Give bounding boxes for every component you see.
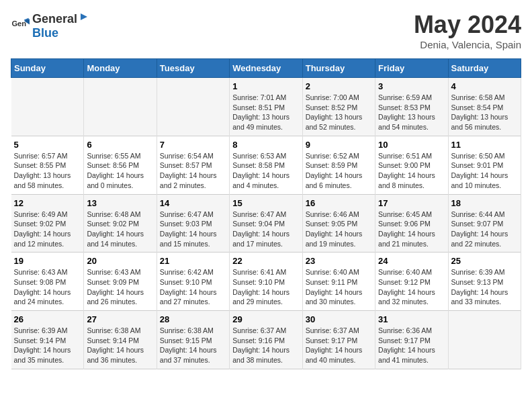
- day-number: 12: [14, 198, 81, 208]
- title-block: May 2024 Denia, Valencia, Spain: [414, 11, 521, 50]
- week-row-4: 19Sunrise: 6:43 AM Sunset: 9:08 PM Dayli…: [11, 253, 521, 311]
- day-number: 29: [232, 314, 299, 324]
- logo-icon: Gen: [11, 16, 30, 35]
- day-number: 4: [451, 81, 518, 91]
- calendar-cell: [11, 78, 84, 136]
- day-info: Sunrise: 6:43 AM Sunset: 9:09 PM Dayligh…: [87, 267, 153, 307]
- day-number: 9: [306, 140, 372, 150]
- week-row-5: 26Sunrise: 6:39 AM Sunset: 9:14 PM Dayli…: [11, 311, 521, 369]
- day-info: Sunrise: 6:57 AM Sunset: 8:55 PM Dayligh…: [14, 151, 81, 191]
- day-info: Sunrise: 6:41 AM Sunset: 9:10 PM Dayligh…: [232, 267, 299, 307]
- day-header-thursday: Thursday: [302, 59, 375, 78]
- calendar-cell: 15Sunrise: 6:47 AM Sunset: 9:04 PM Dayli…: [230, 194, 302, 253]
- calendar-cell: 25Sunrise: 6:39 AM Sunset: 9:13 PM Dayli…: [448, 253, 521, 311]
- day-number: 26: [14, 314, 81, 324]
- calendar-cell: 27Sunrise: 6:38 AM Sunset: 9:14 PM Dayli…: [84, 311, 157, 369]
- calendar-cell: 9Sunrise: 6:52 AM Sunset: 8:59 PM Daylig…: [302, 136, 375, 194]
- calendar-cell: 1Sunrise: 7:01 AM Sunset: 8:51 PM Daylig…: [230, 78, 302, 136]
- day-number: 31: [378, 314, 445, 324]
- calendar-cell: 28Sunrise: 6:38 AM Sunset: 9:15 PM Dayli…: [157, 311, 229, 369]
- day-number: 15: [232, 198, 299, 208]
- day-number: 28: [160, 314, 226, 324]
- day-info: Sunrise: 6:37 AM Sunset: 9:17 PM Dayligh…: [306, 326, 372, 365]
- day-number: 14: [160, 198, 226, 208]
- day-number: 17: [378, 198, 445, 208]
- page-header: Gen General Blue May 2024 Denia, Valenci…: [11, 11, 521, 50]
- day-info: Sunrise: 6:38 AM Sunset: 9:15 PM Dayligh…: [160, 326, 226, 365]
- day-info: Sunrise: 6:47 AM Sunset: 9:04 PM Dayligh…: [232, 210, 299, 249]
- calendar-cell: 10Sunrise: 6:51 AM Sunset: 9:00 PM Dayli…: [375, 136, 448, 194]
- calendar-cell: [157, 78, 229, 136]
- day-number: 13: [87, 198, 153, 208]
- calendar-header: SundayMondayTuesdayWednesdayThursdayFrid…: [11, 59, 521, 78]
- day-info: Sunrise: 6:44 AM Sunset: 9:07 PM Dayligh…: [451, 210, 518, 249]
- calendar-cell: 29Sunrise: 6:37 AM Sunset: 9:16 PM Dayli…: [230, 311, 302, 369]
- day-info: Sunrise: 6:36 AM Sunset: 9:17 PM Dayligh…: [378, 326, 445, 365]
- calendar-cell: 5Sunrise: 6:57 AM Sunset: 8:55 PM Daylig…: [11, 136, 84, 194]
- day-info: Sunrise: 6:42 AM Sunset: 9:10 PM Dayligh…: [160, 267, 226, 307]
- logo-arrow-icon: [78, 11, 90, 23]
- day-info: Sunrise: 6:43 AM Sunset: 9:08 PM Dayligh…: [14, 267, 81, 307]
- header-row: SundayMondayTuesdayWednesdayThursdayFrid…: [11, 59, 521, 78]
- day-number: 18: [451, 198, 518, 208]
- day-header-saturday: Saturday: [448, 59, 521, 78]
- day-info: Sunrise: 6:51 AM Sunset: 9:00 PM Dayligh…: [378, 151, 445, 191]
- calendar-cell: 21Sunrise: 6:42 AM Sunset: 9:10 PM Dayli…: [157, 253, 229, 311]
- calendar-cell: 14Sunrise: 6:47 AM Sunset: 9:03 PM Dayli…: [157, 194, 229, 253]
- svg-marker-1: [81, 13, 87, 20]
- calendar-cell: 24Sunrise: 6:40 AM Sunset: 9:12 PM Dayli…: [375, 253, 448, 311]
- calendar-cell: 26Sunrise: 6:39 AM Sunset: 9:14 PM Dayli…: [11, 311, 84, 369]
- logo-blue: Blue: [32, 26, 58, 40]
- day-header-wednesday: Wednesday: [230, 59, 302, 78]
- week-row-3: 12Sunrise: 6:49 AM Sunset: 9:02 PM Dayli…: [11, 194, 521, 253]
- day-number: 24: [378, 256, 445, 266]
- day-header-tuesday: Tuesday: [157, 59, 229, 78]
- day-info: Sunrise: 6:53 AM Sunset: 8:58 PM Dayligh…: [232, 151, 299, 191]
- main-title: May 2024: [414, 11, 521, 39]
- calendar-cell: 4Sunrise: 6:58 AM Sunset: 8:54 PM Daylig…: [448, 78, 521, 136]
- day-info: Sunrise: 6:59 AM Sunset: 8:53 PM Dayligh…: [378, 93, 445, 132]
- day-info: Sunrise: 6:39 AM Sunset: 9:14 PM Dayligh…: [14, 326, 81, 365]
- calendar-cell: 16Sunrise: 6:46 AM Sunset: 9:05 PM Dayli…: [302, 194, 375, 253]
- calendar-cell: 11Sunrise: 6:50 AM Sunset: 9:01 PM Dayli…: [448, 136, 521, 194]
- day-info: Sunrise: 6:40 AM Sunset: 9:12 PM Dayligh…: [378, 267, 445, 307]
- calendar-cell: 12Sunrise: 6:49 AM Sunset: 9:02 PM Dayli…: [11, 194, 84, 253]
- calendar-cell: 6Sunrise: 6:55 AM Sunset: 8:56 PM Daylig…: [84, 136, 157, 194]
- day-number: 16: [306, 198, 372, 208]
- day-header-monday: Monday: [84, 59, 157, 78]
- day-number: 19: [14, 256, 81, 266]
- logo: Gen General Blue: [11, 11, 91, 40]
- day-number: 1: [232, 81, 299, 91]
- calendar-cell: 31Sunrise: 6:36 AM Sunset: 9:17 PM Dayli…: [375, 311, 448, 369]
- calendar-cell: 3Sunrise: 6:59 AM Sunset: 8:53 PM Daylig…: [375, 78, 448, 136]
- day-number: 6: [87, 140, 153, 150]
- day-info: Sunrise: 6:46 AM Sunset: 9:05 PM Dayligh…: [306, 210, 372, 249]
- calendar-cell: [84, 78, 157, 136]
- day-header-friday: Friday: [375, 59, 448, 78]
- calendar-cell: 17Sunrise: 6:45 AM Sunset: 9:06 PM Dayli…: [375, 194, 448, 253]
- day-number: 2: [306, 81, 372, 91]
- day-info: Sunrise: 6:39 AM Sunset: 9:13 PM Dayligh…: [451, 267, 518, 307]
- calendar-cell: 8Sunrise: 6:53 AM Sunset: 8:58 PM Daylig…: [230, 136, 302, 194]
- day-number: 8: [232, 140, 299, 150]
- day-info: Sunrise: 6:38 AM Sunset: 9:14 PM Dayligh…: [87, 326, 153, 365]
- day-number: 7: [160, 140, 226, 150]
- calendar-cell: 20Sunrise: 6:43 AM Sunset: 9:09 PM Dayli…: [84, 253, 157, 311]
- subtitle: Denia, Valencia, Spain: [414, 39, 521, 50]
- day-number: 30: [306, 314, 372, 324]
- day-number: 25: [451, 256, 518, 266]
- calendar-cell: 2Sunrise: 7:00 AM Sunset: 8:52 PM Daylig…: [302, 78, 375, 136]
- day-info: Sunrise: 6:40 AM Sunset: 9:11 PM Dayligh…: [306, 267, 372, 307]
- day-info: Sunrise: 6:45 AM Sunset: 9:06 PM Dayligh…: [378, 210, 445, 249]
- week-row-2: 5Sunrise: 6:57 AM Sunset: 8:55 PM Daylig…: [11, 136, 521, 194]
- calendar-cell: 30Sunrise: 6:37 AM Sunset: 9:17 PM Dayli…: [302, 311, 375, 369]
- day-number: 11: [451, 140, 518, 150]
- day-info: Sunrise: 6:52 AM Sunset: 8:59 PM Dayligh…: [306, 151, 372, 191]
- day-info: Sunrise: 6:58 AM Sunset: 8:54 PM Dayligh…: [451, 93, 518, 132]
- logo-general: General: [32, 12, 77, 26]
- day-info: Sunrise: 6:55 AM Sunset: 8:56 PM Dayligh…: [87, 151, 153, 191]
- day-info: Sunrise: 6:48 AM Sunset: 9:02 PM Dayligh…: [87, 210, 153, 249]
- day-number: 20: [87, 256, 153, 266]
- day-info: Sunrise: 6:49 AM Sunset: 9:02 PM Dayligh…: [14, 210, 81, 249]
- day-number: 3: [378, 81, 445, 91]
